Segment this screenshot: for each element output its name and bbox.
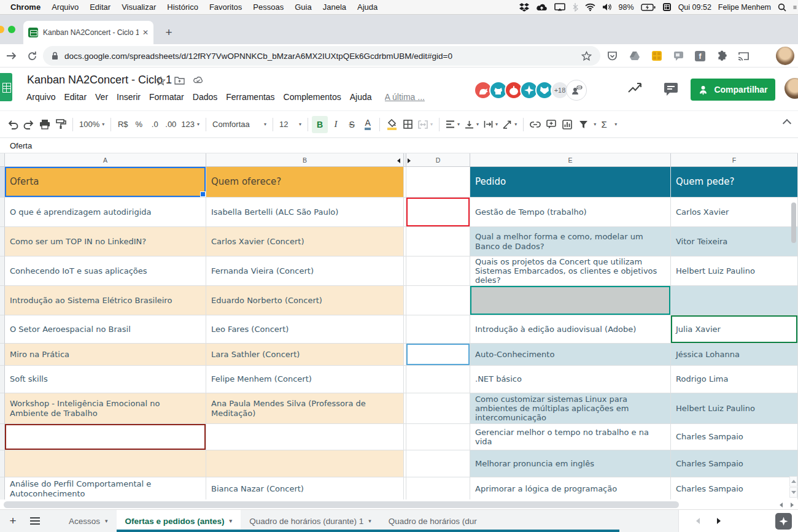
tab-dropdown-caret-icon[interactable]: ▾ [368,518,371,524]
address-bar[interactable]: docs.google.com/spreadsheets/d/12fRY7VwO… [43,46,600,66]
cell-D2[interactable] [406,198,470,227]
sheets-menu-item[interactable]: Ferramentas [222,92,279,102]
document-title[interactable]: Kanban NA2Concert - Ciclo 1 [27,74,172,87]
cell-E4[interactable]: Quais os projetos da Concert que utiliza… [470,256,671,286]
move-to-folder-icon[interactable] [174,76,185,85]
row-header[interactable] [0,450,5,477]
horizontal-align-button[interactable]: ▾ [443,116,462,133]
puzzle-extensions-icon[interactable] [716,50,727,62]
tabs-scroll-right-icon[interactable] [717,518,721,524]
save-status-cloud-icon[interactable] [193,76,204,84]
sheets-menu-item[interactable]: Inserir [112,92,145,102]
menubar-item[interactable]: Guia [289,2,317,12]
strikethrough-button[interactable]: S [344,116,360,133]
menubar-user[interactable]: Felipe Menhem [718,3,771,12]
cell-B6[interactable]: Leo Fares (Concert) [206,315,404,344]
row-header[interactable] [0,424,5,450]
cell-B1[interactable]: Quem oferece? [206,167,404,198]
pocket-extension-icon[interactable] [606,50,618,62]
hidden-column-left-marker-icon[interactable] [397,158,400,163]
cell-F5[interactable] [671,286,798,315]
cell-B11[interactable] [206,450,404,477]
cell-D1[interactable] [406,167,470,198]
scroll-up-button[interactable] [789,476,797,487]
number-format-select[interactable]: 123▾ [179,116,202,133]
explore-button[interactable] [775,513,792,530]
cell-B4[interactable]: Fernanda Vieira (Concert) [206,256,404,286]
sheets-menu-item[interactable]: Ver [91,92,112,102]
cell-E12[interactable]: Aprimorar a lógica de programação [470,477,671,499]
cell-D4[interactable] [406,256,470,286]
cell-F4[interactable]: Helbert Luiz Paulino [671,256,798,286]
cell-F3[interactable]: Vitor Teixeira [671,227,798,256]
cell-D6[interactable] [406,315,470,344]
menubar-item[interactable]: Ajuda [352,2,383,12]
sheets-menu-item[interactable]: Formatar [145,92,188,102]
cell-B5[interactable]: Eduardo Norberto (Concert) [206,286,404,315]
cell-A3[interactable]: Como ser um TOP IN no LinkedIN? [5,227,206,256]
chat-extension-icon[interactable] [673,50,684,62]
cell-D12[interactable] [406,477,470,499]
sheet-tab[interactable]: Quadro de horários (durante) 1▾ [241,510,380,532]
menubar-item[interactable]: Janela [317,2,352,12]
row-header[interactable] [0,256,5,286]
row-header[interactable] [0,198,5,227]
cell-E5[interactable] [470,286,671,315]
grid-extension-icon[interactable] [651,50,662,62]
spotlight-search-icon[interactable] [778,3,786,12]
cell-D11[interactable] [406,450,470,477]
decrease-decimals-button[interactable]: .0 [147,116,163,133]
menubar-item[interactable]: Editar [84,2,116,12]
cell-A12[interactable]: Análise do Perfil Comportamental e Autoc… [5,477,206,499]
fill-color-button[interactable] [384,116,400,133]
cell-E1[interactable]: Pedido [470,167,671,198]
display-mirroring-icon[interactable] [554,3,565,11]
hide-toolbar-chevron-icon[interactable] [783,120,791,125]
anonymous-viewers-icon[interactable] [566,80,587,101]
tab-dropdown-caret-icon[interactable]: ▾ [230,518,233,524]
cell-A1[interactable]: Oferta [5,167,206,198]
hidden-column-right-marker-icon[interactable] [408,158,411,163]
all-sheets-menu-icon[interactable] [26,510,44,532]
text-color-button[interactable]: A [360,116,376,133]
italic-button[interactable]: I [328,116,344,133]
row-header[interactable] [0,167,5,198]
facebook-extension-icon[interactable]: f [695,51,705,61]
text-rotation-button[interactable]: ▾ [500,116,519,133]
cell-B12[interactable]: Bianca Nazar (Concert) [206,477,404,499]
cell-A9[interactable]: Workshop - Inteligência Emocional no Amb… [5,393,206,424]
formula-bar[interactable]: Oferta [0,137,798,153]
browser-tab[interactable]: Kanban NA2Concert - Ciclo 1 - ✕ [23,21,153,44]
forward-icon[interactable] [4,48,18,63]
cell-F1[interactable]: Quem pede? [671,167,798,198]
reload-icon[interactable] [25,48,39,63]
vertical-scrollbar[interactable] [791,202,796,243]
filter-icon[interactable] [575,116,591,133]
cell-F11[interactable]: Charles Sampaio [671,450,798,477]
format-currency-button[interactable]: R$ [115,116,131,133]
bluetooth-icon[interactable] [572,2,578,12]
cell-F9[interactable]: Helbert Luiz Paulino [671,393,798,424]
cell-B2[interactable]: Isabella Bertelli (ALC São Paulo) [206,198,404,227]
sheets-menu-item[interactable]: Dados [188,92,222,102]
name-box[interactable]: Oferta [10,141,32,150]
row-header[interactable] [0,477,5,499]
grid-corner[interactable] [0,153,5,166]
traffic-light-zoom[interactable] [8,26,15,33]
cell-E9[interactable]: Como customizar sistemas Linux para ambi… [470,393,671,424]
horizontal-scrollbar[interactable] [4,501,679,508]
cell-D5[interactable] [406,286,470,315]
increase-decimals-button[interactable]: .00 [163,116,179,133]
menubar-item[interactable]: Pessoas [247,2,289,12]
tab-dropdown-caret-icon[interactable]: ▾ [105,518,108,524]
row-header[interactable] [0,393,5,424]
cell-A2[interactable]: O que é aprendizagem autodirigida [5,198,206,227]
cell-B10[interactable] [206,424,404,450]
last-edit-link[interactable]: A última ... [385,92,425,102]
text-wrap-button[interactable]: ▾ [481,116,500,133]
add-sheet-button[interactable]: + [4,510,22,532]
insert-link-icon[interactable] [527,116,543,133]
insert-chart-icon[interactable] [559,116,575,133]
drive-extension-icon[interactable] [629,50,640,62]
cell-F8[interactable]: Rodrigo Lima [671,366,798,393]
